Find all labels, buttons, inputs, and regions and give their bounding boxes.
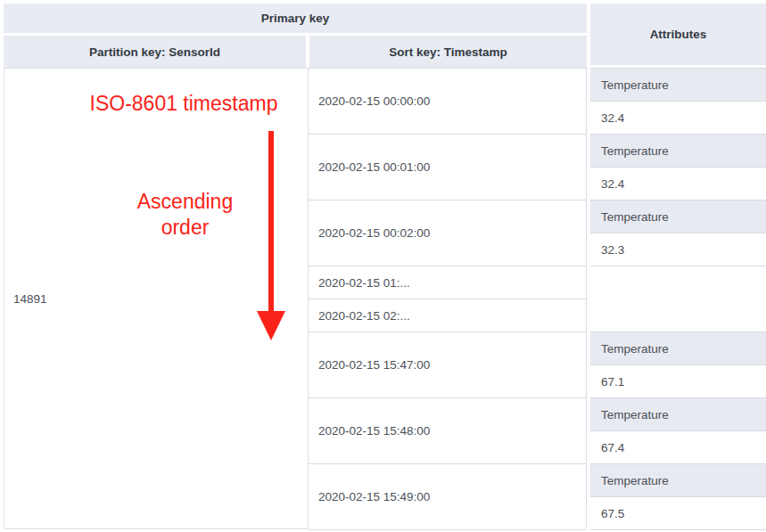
attribute-value-cell: 32.4 [590, 168, 766, 201]
timestamp-cell: 2020-02-15 00:00:00 [309, 69, 586, 135]
attribute-value-cell: 67.5 [590, 497, 766, 530]
ascending-order-annotation: Ascending order [125, 189, 245, 241]
iso-8601-annotation: ISO-8601 timestamp [76, 91, 292, 117]
partition-key-cell: 14891 [4, 68, 308, 529]
timestamp-cell: 2020-02-15 15:47:00 [309, 332, 586, 398]
sort-key-column: 2020-02-15 00:00:00 2020-02-15 00:01:00 … [308, 68, 587, 529]
down-arrow-head-icon [257, 311, 285, 340]
dynamodb-time-series-table-figure: Primary key Partition key: SensorId Sort… [0, 0, 766, 532]
timestamp-cell: 2020-02-15 00:02:00 [309, 201, 586, 266]
attribute-name-cell: Temperature [590, 464, 766, 497]
attribute-value-cell: 67.1 [590, 365, 766, 398]
partition-key-header: Partition key: SensorId [4, 36, 306, 68]
attributes-empty-cell [590, 266, 766, 332]
primary-key-header: Primary key [4, 4, 587, 33]
timestamp-cell: 2020-02-15 00:01:00 [309, 135, 586, 201]
timestamp-cell: 2020-02-15 15:49:00 [309, 464, 586, 530]
attribute-name-cell: Temperature [590, 398, 766, 431]
attribute-value-cell: 32.4 [590, 102, 766, 135]
attributes-header: Attributes [590, 4, 766, 65]
attribute-value-cell: 32.3 [590, 233, 766, 266]
partition-key-value: 14891 [13, 292, 47, 306]
attributes-column: Temperature 32.4 Temperature 32.4 Temper… [590, 68, 766, 530]
down-arrow-shaft [268, 131, 274, 312]
timestamp-cell: 2020-02-15 01:... [309, 266, 586, 299]
attribute-name-cell: Temperature [590, 201, 766, 233]
sort-key-header: Sort key: Timestamp [309, 36, 587, 68]
attribute-name-cell: Temperature [590, 69, 766, 102]
timestamp-cell: 2020-02-15 15:48:00 [309, 398, 586, 464]
timestamp-cell: 2020-02-15 02:... [309, 299, 586, 332]
attribute-name-cell: Temperature [590, 135, 766, 168]
attribute-name-cell: Temperature [590, 332, 766, 365]
attribute-value-cell: 67.4 [590, 431, 766, 464]
